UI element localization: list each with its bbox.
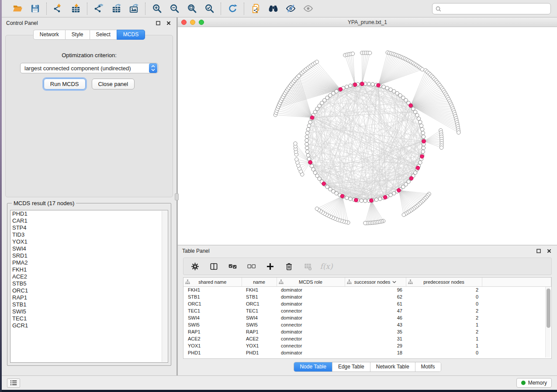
network-node[interactable] (420, 68, 424, 71)
network-node[interactable] (419, 161, 422, 164)
network-node[interactable] (368, 51, 372, 55)
network-node[interactable] (306, 154, 310, 157)
network-node[interactable] (413, 110, 417, 113)
network-node[interactable] (315, 60, 318, 64)
network-hub-node[interactable] (308, 160, 312, 164)
network-node[interactable] (389, 88, 392, 91)
tab-node-table[interactable]: Node Table (294, 362, 332, 371)
close-panel-icon[interactable] (165, 20, 172, 26)
network-node[interactable] (311, 168, 315, 171)
hide-selected-button[interactable] (285, 3, 296, 14)
network-node[interactable] (305, 146, 308, 150)
network-node[interactable] (306, 131, 309, 134)
network-node[interactable] (315, 207, 318, 210)
clone-network-button[interactable] (250, 3, 261, 14)
tab-network[interactable]: Network (33, 30, 65, 40)
tab-edge-table[interactable]: Edge Table (332, 362, 370, 371)
run-mcds-button[interactable]: Run MCDS (44, 79, 86, 89)
table-row[interactable]: SWI4SWI4dominator462 (183, 314, 551, 321)
task-history-button[interactable] (7, 378, 20, 388)
table-row[interactable]: RAP1RAP1dominator352 (183, 328, 551, 335)
column-header-predecessor-nodes[interactable]: predecessor nodes (406, 278, 482, 286)
memory-button[interactable]: Memory (516, 378, 552, 388)
mcds-result-item[interactable]: RAP1 (10, 294, 168, 301)
column-header-shared-name[interactable]: shared name (183, 278, 242, 286)
mcds-result-item[interactable]: TID3 (10, 231, 168, 238)
settings-button[interactable] (190, 261, 200, 272)
network-hub-node[interactable] (409, 176, 413, 180)
network-node[interactable] (294, 142, 297, 145)
find-button[interactable] (267, 3, 279, 14)
network-node[interactable] (297, 74, 301, 78)
network-node[interactable] (345, 85, 349, 89)
table-row[interactable]: ACE2ACE2connector311 (183, 335, 551, 342)
network-node[interactable] (351, 52, 354, 55)
mcds-result-item[interactable]: FKH1 (10, 266, 168, 273)
network-node[interactable] (306, 150, 309, 153)
close-table-panel-icon[interactable] (546, 248, 553, 254)
mcds-result-item[interactable]: ACE2 (10, 273, 168, 280)
tab-mcds[interactable]: MCDS (117, 30, 145, 40)
network-node[interactable] (360, 199, 363, 203)
network-node[interactable] (415, 113, 419, 117)
network-hub-node[interactable] (353, 83, 357, 87)
network-node[interactable] (345, 196, 349, 199)
maximize-window-icon[interactable] (199, 20, 204, 25)
network-node[interactable] (378, 197, 382, 200)
mcds-result-item[interactable]: STB1 (10, 301, 168, 308)
network-node[interactable] (422, 146, 425, 150)
tab-motifs[interactable]: Motifs (415, 362, 441, 371)
close-window-icon[interactable] (181, 20, 187, 25)
mcds-result-item[interactable]: ORC1 (10, 287, 168, 294)
export-table-button[interactable] (111, 3, 122, 14)
table-row[interactable]: FKH1FKH1dominator962 (183, 286, 551, 293)
zoom-fit-button[interactable] (186, 3, 197, 14)
minimize-window-icon[interactable] (190, 20, 195, 25)
network-hub-node[interactable] (420, 155, 424, 158)
table-row[interactable]: YOX1YOX1connector291 (183, 342, 551, 349)
network-node[interactable] (371, 83, 374, 86)
network-node[interactable] (305, 139, 308, 142)
search-box[interactable] (432, 3, 551, 14)
network-node[interactable] (392, 192, 396, 195)
network-node[interactable] (367, 82, 370, 86)
save-session-button[interactable] (29, 3, 41, 14)
network-node[interactable] (420, 127, 424, 131)
network-node[interactable] (310, 164, 313, 168)
deselect-all-button[interactable] (246, 261, 256, 272)
network-node[interactable] (417, 117, 420, 120)
network-node[interactable] (385, 86, 389, 90)
network-node[interactable] (295, 158, 298, 161)
mcds-result-item[interactable]: STB5 (10, 280, 168, 287)
mcds-result-item[interactable]: SWI5 (10, 308, 168, 315)
mcds-result-item[interactable]: GCR1 (10, 322, 168, 329)
open-file-button[interactable] (12, 3, 23, 14)
network-hub-node[interactable] (422, 139, 426, 143)
criterion-dropdown[interactable]: largest connected component (undirected) (20, 63, 158, 73)
mcds-result-item[interactable]: PMA2 (10, 259, 168, 266)
network-node[interactable] (419, 124, 423, 127)
network-node[interactable] (335, 89, 338, 93)
column-header-successor-nodes[interactable]: successor nodes (345, 278, 406, 286)
float-table-panel-icon[interactable] (535, 248, 542, 254)
network-node[interactable] (313, 171, 317, 174)
column-header-MCDS-role[interactable]: MCDS role (277, 278, 345, 286)
network-node[interactable] (382, 85, 385, 89)
network-hub-node[interactable] (322, 182, 326, 186)
network-node[interactable] (457, 131, 460, 134)
mcds-result-item[interactable]: STP4 (10, 224, 168, 231)
mcds-result-item[interactable]: YOX1 (10, 238, 168, 245)
result-list-scrollbar[interactable] (162, 211, 167, 362)
select-all-button[interactable] (227, 261, 238, 272)
network-canvas[interactable] (178, 27, 557, 245)
network-node[interactable] (421, 150, 425, 153)
network-hub-node[interactable] (383, 196, 387, 199)
table-row[interactable]: ORC1ORC1dominator610 (183, 300, 551, 307)
network-node[interactable] (305, 135, 308, 138)
table-row[interactable]: PHD1PHD1dominator180 (183, 349, 551, 356)
search-input[interactable] (443, 6, 547, 12)
mcds-result-item[interactable]: SRD1 (10, 252, 168, 259)
mcds-result-item[interactable]: PHD1 (10, 210, 168, 217)
network-node[interactable] (305, 142, 308, 146)
table-scrollbar-thumb[interactable] (547, 289, 550, 328)
